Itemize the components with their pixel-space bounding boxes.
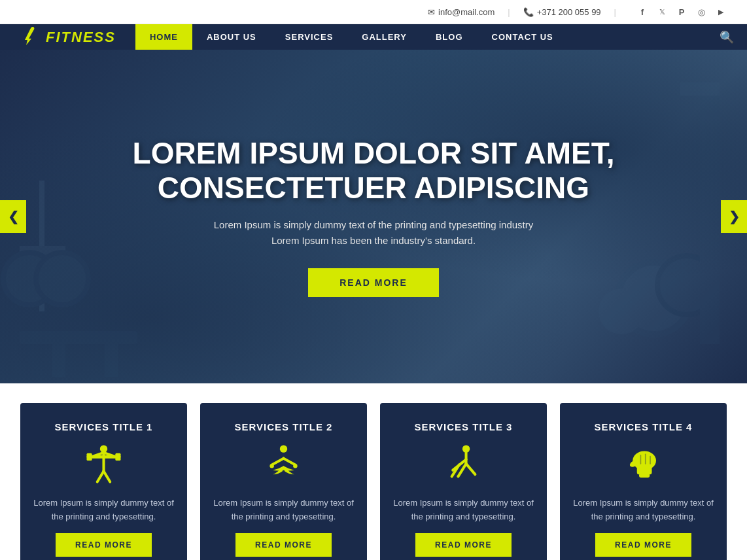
nav-services[interactable]: SERVICES	[271, 24, 348, 50]
svg-point-24	[269, 463, 274, 468]
topbar-phone: 📞 +371 200 055 99	[523, 7, 601, 17]
service-card-4: SERVICES TITLE 4 Lorem Ipsum is simply d…	[560, 403, 727, 560]
nav-home[interactable]: HOME	[135, 24, 192, 50]
service-2-title: SERVICES TITLE 2	[235, 421, 333, 432]
phone-icon: 📞	[523, 7, 534, 17]
service-4-read-more-button[interactable]: READ MORE	[595, 533, 691, 557]
service-card-1: SERVICES TITLE 1 Lorem Ipsum is simply d…	[20, 403, 187, 560]
logo-text: FITNESS	[46, 29, 116, 46]
logo[interactable]: FITNESS	[0, 24, 135, 50]
service-1-title: SERVICES TITLE 1	[55, 421, 153, 432]
service-card-2: SERVICES TITLE 2 Lorem Ipsum is simply d…	[200, 403, 367, 560]
service-4-title: SERVICES TITLE 4	[595, 421, 693, 432]
service-1-icon	[82, 442, 125, 487]
service-2-desc: Lorem Ipsum is simply dummy text of the …	[213, 497, 354, 524]
service-3-read-more-button[interactable]: READ MORE	[415, 533, 512, 557]
service-3-desc: Lorem Ipsum is simply dummy text of the …	[393, 497, 534, 524]
slider-next-button[interactable]: ❯	[721, 200, 747, 233]
nav-gallery[interactable]: GALLERY	[347, 24, 421, 50]
header: FITNESS HOME ABOUT US SERVICES GALLERY B…	[0, 24, 747, 50]
hero-content: LOREM IPSUM DOLOR SIT AMET, CONSECTETUER…	[0, 50, 747, 383]
instagram-icon[interactable]	[695, 5, 708, 18]
slider-prev-button[interactable]: ❮	[0, 200, 26, 233]
service-card-3: SERVICES TITLE 3 Lorem Ipsum is simply d…	[380, 403, 547, 560]
facebook-icon[interactable]	[636, 5, 649, 18]
svg-line-22	[272, 458, 284, 464]
hero-subtitle: Lorem Ipsum is simply dummy text of the …	[214, 217, 534, 249]
nav-about[interactable]: ABOUT US	[192, 24, 271, 50]
svg-line-19	[97, 471, 104, 481]
svg-line-23	[284, 458, 296, 464]
hero-slider: LOREM IPSUM DOLOR SIT AMET, CONSECTETUER…	[0, 50, 747, 383]
service-3-title: SERVICES TITLE 3	[415, 421, 513, 432]
svg-line-31	[466, 463, 476, 474]
logo-icon	[20, 24, 41, 50]
service-2-read-more-button[interactable]: READ MORE	[235, 533, 332, 557]
topbar-email: info@mail.com	[428, 7, 495, 17]
nav-blog[interactable]: BLOG	[421, 24, 478, 50]
hero-cta-button[interactable]: READ MORE	[308, 268, 439, 297]
nav-contact[interactable]: CONTACT US	[478, 24, 568, 50]
svg-point-25	[293, 463, 298, 468]
search-icon: 🔍	[720, 30, 734, 44]
hero-title: LOREM IPSUM DOLOR SIT AMET, CONSECTETUER…	[133, 136, 615, 205]
svg-rect-34	[639, 473, 650, 478]
service-3-icon	[442, 442, 485, 487]
service-4-icon	[622, 442, 665, 487]
services-section: SERVICES TITLE 1 Lorem Ipsum is simply d…	[0, 383, 747, 560]
service-1-read-more-button[interactable]: READ MORE	[56, 533, 152, 557]
topbar: info@mail.com | 📞 +371 200 055 99 |	[0, 0, 747, 24]
pinterest-icon[interactable]	[675, 5, 688, 18]
main-nav: HOME ABOUT US SERVICES GALLERY BLOG CONT…	[135, 24, 706, 50]
service-1-desc: Lorem Ipsum is simply dummy text of the …	[33, 497, 174, 524]
svg-line-20	[104, 471, 111, 481]
service-2-icon	[262, 442, 305, 487]
svg-point-21	[280, 445, 287, 452]
social-links	[636, 5, 727, 18]
service-4-desc: Lorem Ipsum is simply dummy text of the …	[573, 497, 714, 524]
svg-rect-33	[637, 466, 652, 474]
youtube-icon[interactable]	[714, 5, 727, 18]
search-button[interactable]: 🔍	[706, 24, 747, 50]
arrow-left-icon: ❮	[8, 209, 19, 224]
envelope-icon	[428, 7, 435, 17]
arrow-right-icon: ❯	[729, 209, 740, 224]
twitter-icon[interactable]	[655, 5, 669, 18]
